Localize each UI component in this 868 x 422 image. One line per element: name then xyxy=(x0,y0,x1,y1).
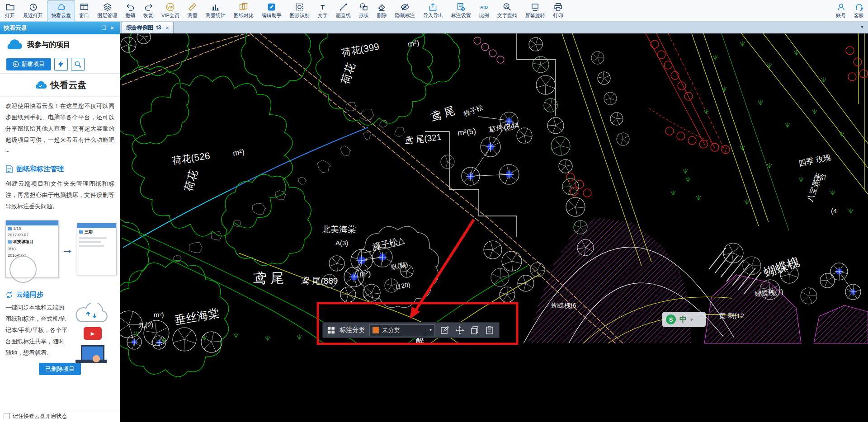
cloud-outline-icon xyxy=(72,303,111,325)
category-dropdown[interactable]: 未分类 ▼ xyxy=(369,324,435,336)
measure-icon xyxy=(188,2,197,12)
toolbar-item-label: 形状 xyxy=(359,12,369,19)
toolbar-item-recent[interactable]: 最近打开 xyxy=(19,0,47,21)
dwg-section-title: 图纸和标注管理 xyxy=(0,160,120,174)
toolbar-item-scale[interactable]: A:B比例 xyxy=(475,0,493,21)
toolbar-item-measure[interactable]: 测量 xyxy=(184,0,202,21)
toolbar-item-import-export[interactable]: 导入导出 xyxy=(419,0,447,21)
remember-label: 记住快看云盘开启状态 xyxy=(13,413,67,420)
panel-float-icon[interactable]: ❐ xyxy=(100,25,108,31)
tab-label: 综合样例图_t3 xyxy=(126,24,161,32)
vip-icon: VIP xyxy=(165,2,175,12)
toolbar-item-shapes[interactable]: 形状 xyxy=(355,0,373,21)
ime-logo-icon[interactable]: S xyxy=(666,314,676,324)
panel-actions: 新建项目 xyxy=(0,55,120,73)
canvas-label: 鸢 尾 xyxy=(429,104,456,123)
arrow-right-icon: → xyxy=(61,243,73,257)
toolbar-item-layers[interactable]: 图层管理 xyxy=(93,0,121,21)
canvas-label: 荷花 xyxy=(182,169,200,192)
tab-active-drawing[interactable]: 综合样例图_t3 × xyxy=(122,22,174,33)
ime-expand-icon[interactable]: ▾ xyxy=(690,317,693,323)
toolbar-item-measure-stats[interactable]: 测量统计 xyxy=(202,0,230,21)
toolbar-item-shape-recognition[interactable]: 图形识别 xyxy=(286,0,314,21)
dwg-doc-icon xyxy=(5,165,13,173)
toolbar-item-label: 打开 xyxy=(5,12,15,19)
folder-open-icon xyxy=(5,2,15,12)
toolbar-item-label: 最近打开 xyxy=(23,12,43,19)
print-icon xyxy=(553,2,563,12)
toolbar-item-service[interactable]: 客服 xyxy=(850,0,868,21)
panel-close-icon[interactable]: × xyxy=(108,25,116,31)
text-icon: T xyxy=(318,2,327,12)
canvas-label: 鸢 尾 xyxy=(253,271,284,286)
canvas-label: m²) xyxy=(154,311,164,319)
remember-checkbox[interactable] xyxy=(4,413,10,419)
toolbar-item-eraser[interactable]: 删除 xyxy=(373,0,391,21)
toolbar-item-rotate[interactable]: 屏幕旋转 xyxy=(521,0,549,21)
canvas-label: 蝴蝶槐 xyxy=(762,255,801,280)
toolbar-item-vip[interactable]: VIPVIP会员 xyxy=(157,0,184,21)
toolbar-item-label: 恢复 xyxy=(143,12,153,19)
toolbar-item-label: 图层管理 xyxy=(97,12,117,19)
toolbar-item-label: 导入导出 xyxy=(423,12,443,19)
sync-illustration: ▶ xyxy=(69,302,115,358)
ime-widget[interactable]: S 中 ▾ xyxy=(662,312,706,327)
new-project-button[interactable]: 新建项目 xyxy=(6,58,51,70)
laptop-illustration xyxy=(75,345,107,365)
intro-text: 欢迎使用快看云盘！在这里您不仅可以同步图纸到手机、电脑等各个平台，还可以分享图纸… xyxy=(0,97,120,160)
toolbar-item-compare[interactable]: 图纸对比 xyxy=(230,0,258,21)
canvas-label: 荷花 xyxy=(339,61,357,86)
toolbar-item-line[interactable]: 画直线 xyxy=(332,0,355,21)
edit-assistant-icon xyxy=(267,2,276,12)
drawing-canvas[interactable]: 荷花(399m²)荷花鸢 尾樟子松鸢 尾(321m²(5)草坪(844荷花(52… xyxy=(120,33,868,422)
toolbar-item-redo[interactable]: 恢复 xyxy=(139,0,157,21)
cloud-icon xyxy=(57,2,66,12)
tabbar-menu-caret-icon[interactable]: ▼ xyxy=(860,24,864,29)
canvas-label: m²) xyxy=(232,148,245,158)
toolbar-item-label: 打印 xyxy=(553,12,563,19)
magnifier-overlay xyxy=(9,256,37,283)
toolbar-item-window[interactable]: 窗口 xyxy=(75,0,93,21)
folder-icon xyxy=(8,240,12,244)
tab-close-icon[interactable]: × xyxy=(165,24,169,31)
paste-annotation-button[interactable] xyxy=(484,325,495,336)
toolbar-item-label: 屏幕旋转 xyxy=(525,12,545,19)
toolbar-item-annotation-settings[interactable]: 标注设置 xyxy=(447,0,475,21)
toolbar-item-undo[interactable]: 撤销 xyxy=(121,0,139,21)
move-annotation-button[interactable] xyxy=(454,325,465,336)
toolbar-item-folder-open[interactable]: 打开 xyxy=(1,0,19,21)
video-play-button[interactable]: ▶ xyxy=(84,327,102,340)
toolbar-item-text-search[interactable]: 文文字查找 xyxy=(493,0,521,21)
category-value: 未分类 xyxy=(382,326,426,334)
intro-title: 快看云盘 xyxy=(51,79,87,91)
canvas-label: 鸢 尾(889 xyxy=(301,276,338,286)
main-toolbar: 打开最近打开快看云盘窗口图层管理撤销恢复VIPVIP会员测量测量统计图纸对比编辑… xyxy=(0,0,868,22)
copy-annotation-button[interactable] xyxy=(469,325,480,336)
rotate-icon xyxy=(530,2,540,12)
toolbar-item-account[interactable]: 账号 xyxy=(832,0,850,21)
import-export-icon xyxy=(428,2,438,12)
canvas-label: 四季 玫瑰 xyxy=(798,153,832,168)
lightning-icon xyxy=(58,61,64,68)
edit-annotation-button[interactable] xyxy=(439,325,450,336)
window-icon xyxy=(80,2,89,12)
ime-lang-indicator[interactable]: 中 xyxy=(679,315,687,324)
sync-flash-button[interactable] xyxy=(54,58,68,71)
cloud-logo-icon xyxy=(5,38,23,51)
panel-footer: 记住快看云盘开启状态 xyxy=(0,410,120,422)
toolbar-item-cloud[interactable]: 快看云盘 xyxy=(47,0,75,21)
search-button[interactable] xyxy=(71,58,85,71)
canvas-label: 鸢 尾(321 xyxy=(404,132,442,145)
toolbar-item-print[interactable]: 打印 xyxy=(549,0,567,21)
toolbar-item-hide-annotation[interactable]: 隐藏标注 xyxy=(391,0,419,21)
dropdown-caret-icon[interactable]: ▼ xyxy=(426,325,434,335)
canvas-label: 樟子松 xyxy=(462,103,484,118)
cloud-sync-icon xyxy=(33,80,47,90)
sync-section: 一键同步本地和云端的图纸和标注，台式机/笔记本/手机/平板，各个平台图纸标注共享… xyxy=(0,300,120,358)
hand-illustration xyxy=(93,355,100,362)
deleted-projects-button[interactable]: 已删除项目 xyxy=(39,363,81,375)
toolbar-item-edit-assistant[interactable]: 编辑助手 xyxy=(258,0,286,21)
toolbar-item-text[interactable]: T文字 xyxy=(314,0,332,21)
svg-text:A:B: A:B xyxy=(480,5,488,9)
my-projects-title: 我参与的项目 xyxy=(27,40,71,50)
